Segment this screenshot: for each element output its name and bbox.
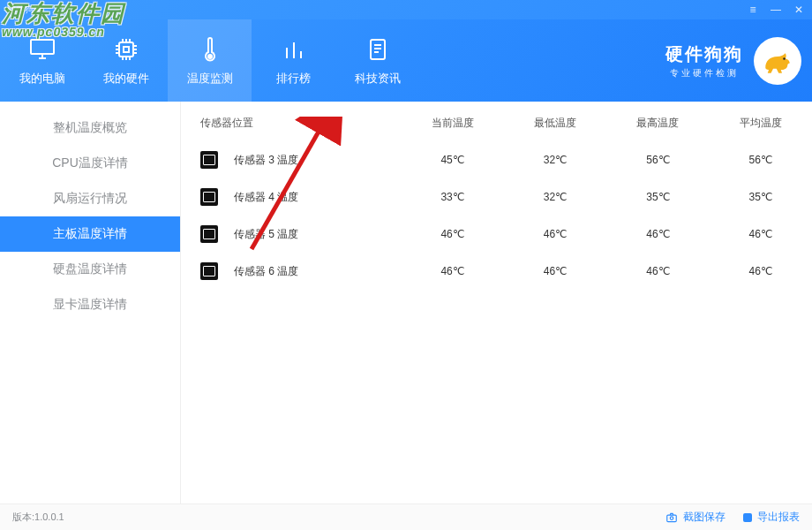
table-header-row: 传感器位置 当前温度 最低温度 最高温度 平均温度 [181, 102, 812, 141]
cell-min: 46℃ [504, 216, 606, 253]
thermometer-icon [196, 35, 224, 64]
sidebar-item-label: 显卡温度详情 [53, 297, 127, 313]
sidebar-item-cpu[interactable]: CPU温度详情 [0, 146, 180, 181]
sidebar-item-motherboard[interactable]: 主板温度详情 [0, 216, 180, 252]
cell-max: 46℃ [606, 253, 709, 290]
cell-max: 35℃ [606, 178, 709, 216]
brand-title: 硬件狗狗 [665, 42, 743, 67]
sensor-icon [200, 262, 218, 280]
screenshot-label: 截图保存 [683, 510, 726, 525]
menu-icon[interactable]: ≡ [747, 4, 759, 16]
sidebar-item-label: 硬盘温度详情 [53, 261, 127, 277]
chip-icon [112, 35, 140, 64]
cell-max: 46℃ [606, 216, 709, 253]
sidebar-item-disk[interactable]: 硬盘温度详情 [0, 252, 180, 287]
camera-icon [665, 511, 678, 524]
brand-subtitle: 专业硬件检测 [665, 67, 743, 80]
cell-current: 45℃ [401, 141, 503, 178]
cell-sensor: 传感器 3 温度 [181, 141, 401, 178]
close-icon[interactable]: ✕ [793, 4, 805, 16]
cell-current: 46℃ [401, 216, 503, 253]
cell-current: 46℃ [401, 253, 503, 290]
sensor-icon [200, 188, 218, 206]
col-sensor: 传感器位置 [181, 102, 401, 141]
col-avg: 平均温度 [710, 102, 812, 141]
temperature-table: 传感器位置 当前温度 最低温度 最高温度 平均温度 传感器 3 温度45℃32℃… [181, 102, 812, 290]
nav-my-hardware[interactable]: 我的硬件 [84, 19, 168, 102]
title-bar-controls: ≡ — ✕ [747, 4, 805, 16]
table-row: 传感器 4 温度33℃32℃35℃35℃ [181, 178, 812, 216]
minimize-icon[interactable]: — [770, 4, 782, 16]
cell-sensor: 传感器 6 温度 [181, 253, 401, 290]
export-button[interactable]: 导出报表 [743, 510, 800, 525]
cell-max: 56℃ [606, 141, 709, 178]
svg-rect-1 [119, 42, 133, 57]
sidebar: 整机温度概览 CPU温度详情 风扇运行情况 主板温度详情 硬盘温度详情 显卡温度… [0, 102, 181, 504]
cell-avg: 56℃ [710, 141, 812, 178]
export-label: 导出报表 [757, 510, 800, 525]
footer: 版本:1.0.0.1 截图保存 导出报表 [0, 504, 812, 530]
nav-temp-monitor[interactable]: 温度监测 [168, 19, 252, 102]
sidebar-item-gpu[interactable]: 显卡温度详情 [0, 287, 180, 322]
sidebar-item-overview[interactable]: 整机温度概览 [0, 110, 180, 146]
chart-icon [280, 35, 308, 64]
cell-min: 46℃ [504, 253, 606, 290]
col-max: 最高温度 [606, 102, 709, 141]
cell-min: 32℃ [504, 178, 606, 216]
svg-rect-6 [667, 515, 677, 522]
sidebar-item-label: 整机温度概览 [53, 120, 127, 136]
nav-label: 排行榜 [276, 71, 311, 87]
table-row: 传感器 6 温度46℃46℃46℃46℃ [181, 253, 812, 290]
nav-tech-news[interactable]: 科技资讯 [335, 19, 419, 102]
nav-label: 我的硬件 [103, 71, 149, 87]
header: 我的电脑 我的硬件 温度监测 排行榜 科技资讯 硬件狗狗 专业硬件检测 [0, 19, 812, 102]
content: 传感器位置 当前温度 最低温度 最高温度 平均温度 传感器 3 温度45℃32℃… [181, 102, 812, 504]
brand-text: 硬件狗狗 专业硬件检测 [665, 42, 743, 80]
col-min: 最低温度 [504, 102, 606, 141]
svg-rect-2 [124, 47, 129, 52]
main-area: 整机温度概览 CPU温度详情 风扇运行情况 主板温度详情 硬盘温度详情 显卡温度… [0, 102, 812, 504]
cell-sensor: 传感器 5 温度 [181, 216, 401, 253]
cell-avg: 35℃ [710, 178, 812, 216]
col-current: 当前温度 [401, 102, 503, 141]
cell-avg: 46℃ [710, 216, 812, 253]
table-row: 传感器 5 温度46℃46℃46℃46℃ [181, 216, 812, 253]
sidebar-item-label: 风扇运行情况 [53, 191, 127, 207]
brand-logo [754, 37, 801, 85]
svg-rect-0 [31, 40, 54, 54]
nav-label: 科技资讯 [355, 71, 401, 87]
sidebar-item-fan[interactable]: 风扇运行情况 [0, 181, 180, 216]
screenshot-button[interactable]: 截图保存 [665, 510, 726, 525]
monitor-icon [28, 35, 56, 64]
news-icon [364, 35, 392, 64]
cell-current: 33℃ [401, 178, 503, 216]
footer-actions: 截图保存 导出报表 [665, 510, 800, 525]
nav-label: 我的电脑 [19, 71, 65, 87]
svg-point-5 [783, 57, 786, 60]
export-icon [743, 513, 752, 522]
sidebar-item-label: 主板温度详情 [53, 226, 127, 242]
cell-min: 32℃ [504, 141, 606, 178]
nav-ranking[interactable]: 排行榜 [252, 19, 335, 102]
sidebar-item-label: CPU温度详情 [52, 155, 128, 171]
nav-my-computer[interactable]: 我的电脑 [0, 19, 84, 102]
table-row: 传感器 3 温度45℃32℃56℃56℃ [181, 141, 812, 178]
svg-point-7 [670, 516, 673, 519]
svg-point-3 [208, 55, 212, 58]
cell-avg: 46℃ [710, 253, 812, 290]
brand: 硬件狗狗 专业硬件检测 [665, 37, 801, 85]
nav-label: 温度监测 [187, 71, 233, 87]
version-label: 版本:1.0.0.1 [12, 511, 64, 524]
app-title: 硬件狗狗 [7, 4, 42, 16]
title-bar: 硬件狗狗 ≡ — ✕ [0, 0, 812, 19]
sensor-icon [200, 225, 218, 243]
sensor-icon [200, 151, 218, 169]
cell-sensor: 传感器 4 温度 [181, 178, 401, 216]
